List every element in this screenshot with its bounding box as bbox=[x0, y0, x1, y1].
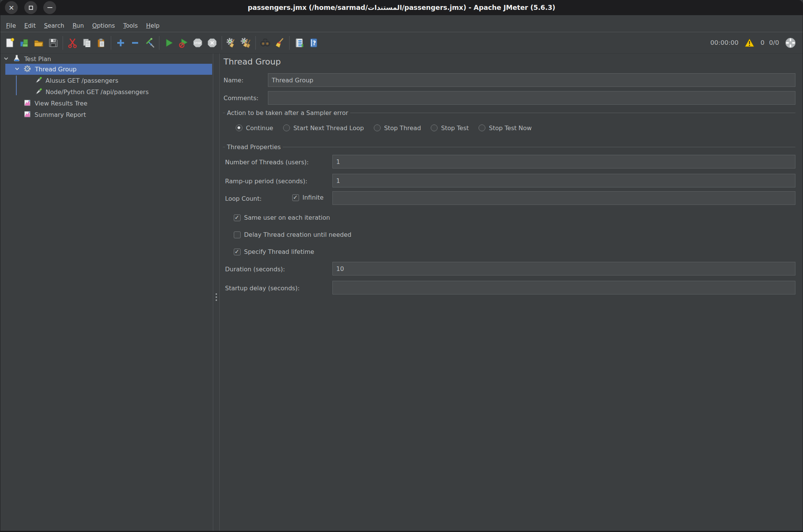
radio-stop-test-now[interactable]: Stop Test Now bbox=[479, 124, 532, 132]
add-icon[interactable] bbox=[113, 35, 128, 50]
close-button[interactable]: ✕ bbox=[5, 1, 18, 14]
start-no-pauses-icon[interactable] bbox=[176, 35, 191, 50]
splitter-grip-icon bbox=[216, 292, 217, 302]
same-user-checkbox[interactable]: Same user on each iteration bbox=[234, 214, 330, 221]
listener-chart-icon bbox=[23, 99, 31, 109]
panel-title: Thread Group bbox=[224, 57, 281, 66]
svg-text:?: ? bbox=[313, 40, 316, 47]
specify-thread-lifetime-checkbox[interactable]: Specify Thread lifetime bbox=[234, 248, 314, 255]
tree-item-view-results-tree[interactable]: View Results Tree bbox=[0, 98, 213, 109]
radio-button-icon[interactable] bbox=[479, 124, 485, 131]
duration-label: Duration (seconds): bbox=[225, 266, 285, 273]
help-icon[interactable]: ? bbox=[306, 35, 321, 50]
minimize-button[interactable] bbox=[43, 1, 56, 14]
cut-icon[interactable] bbox=[65, 35, 80, 50]
chevron-down-icon[interactable] bbox=[14, 65, 20, 74]
duration-input[interactable] bbox=[332, 262, 795, 275]
action-group-title: Action to be taken after a Sampler error bbox=[223, 109, 795, 116]
maximize-button[interactable] bbox=[24, 1, 37, 14]
delay-thread-creation-checkbox[interactable]: Delay Thread creation until needed bbox=[234, 231, 351, 238]
num-threads-input[interactable] bbox=[332, 155, 795, 168]
menu-options[interactable]: Options bbox=[89, 21, 118, 30]
svg-text:STOP: STOP bbox=[194, 41, 202, 44]
elapsed-timer: 00:00:00 bbox=[710, 39, 738, 46]
sampler-error-radio-group: Continue Start Next Thread Loop Stop Thr… bbox=[236, 122, 532, 134]
menu-run[interactable]: Run bbox=[69, 21, 87, 30]
infinite-checkbox[interactable]: Infinite bbox=[292, 194, 324, 201]
menu-search[interactable]: Search bbox=[41, 21, 68, 30]
tree-item-thread-group[interactable]: Thread Group bbox=[0, 64, 213, 75]
toolbar-separator bbox=[289, 36, 290, 50]
save-icon[interactable] bbox=[46, 35, 60, 50]
checkbox-icon[interactable] bbox=[234, 249, 241, 255]
startup-delay-label: Startup delay (seconds): bbox=[225, 285, 300, 292]
active-thread-count: 0/0 bbox=[769, 39, 779, 46]
name-label: Name: bbox=[224, 77, 244, 84]
state-indicator-icon bbox=[784, 35, 797, 50]
comments-label: Comments: bbox=[224, 94, 258, 102]
startup-delay-input[interactable] bbox=[332, 281, 795, 294]
start-icon[interactable] bbox=[162, 35, 176, 50]
ramp-up-label: Ramp-up period (seconds): bbox=[225, 178, 307, 185]
radio-button-icon[interactable] bbox=[283, 124, 290, 131]
radio-button-icon[interactable] bbox=[431, 124, 438, 131]
window-title: passengers.jmx (/home/sarmad/المستندات/p… bbox=[76, 0, 727, 15]
panel-splitter[interactable] bbox=[213, 54, 220, 532]
stop-icon[interactable]: STOP bbox=[191, 35, 205, 50]
toolbar-separator bbox=[222, 36, 222, 50]
radio-start-next-thread-loop[interactable]: Start Next Thread Loop bbox=[283, 124, 364, 132]
copy-icon[interactable] bbox=[80, 35, 94, 50]
loop-count-label: Loop Count: bbox=[225, 195, 261, 202]
menu-edit[interactable]: Edit bbox=[21, 21, 39, 30]
checkbox-icon[interactable] bbox=[234, 231, 241, 238]
error-count: 0 bbox=[760, 39, 765, 46]
ramp-up-input[interactable] bbox=[332, 174, 795, 187]
remove-icon[interactable] bbox=[128, 35, 142, 50]
radio-stop-thread[interactable]: Stop Thread bbox=[374, 124, 421, 132]
test-plan-flask-icon bbox=[13, 54, 21, 64]
listener-chart-icon bbox=[23, 110, 31, 120]
toolbar: STOP ? 00:00:00 0 bbox=[0, 32, 803, 54]
menu-tools[interactable]: Tools bbox=[120, 21, 141, 30]
menu-help[interactable]: Help bbox=[143, 21, 163, 30]
http-sampler-dropper-icon bbox=[34, 87, 44, 98]
clear-all-icon[interactable] bbox=[239, 35, 253, 50]
checkbox-icon[interactable] bbox=[234, 214, 241, 221]
toolbar-separator bbox=[63, 36, 63, 50]
comments-input[interactable] bbox=[268, 91, 795, 105]
tree-item-test-plan[interactable]: Test Plan bbox=[0, 54, 213, 65]
thread-properties-title: Thread Properties bbox=[223, 143, 795, 151]
radio-button-icon[interactable] bbox=[236, 124, 242, 131]
chevron-down-icon[interactable] bbox=[3, 55, 9, 63]
function-helper-icon[interactable] bbox=[292, 35, 306, 50]
toolbar-separator bbox=[255, 36, 256, 50]
clear-icon[interactable] bbox=[224, 35, 239, 50]
loop-count-input[interactable] bbox=[332, 191, 795, 205]
radio-stop-test[interactable]: Stop Test bbox=[431, 124, 469, 132]
radio-button-icon[interactable] bbox=[374, 124, 381, 131]
search-reset-icon[interactable] bbox=[272, 35, 287, 50]
thread-group-panel: Thread Group Name: Comments: Action to b… bbox=[220, 54, 803, 531]
radio-continue[interactable]: Continue bbox=[236, 124, 273, 132]
shutdown-icon[interactable] bbox=[205, 35, 219, 50]
menu-bar: File Edit Search Run Options Tools Help bbox=[0, 15, 803, 32]
checkbox-icon[interactable] bbox=[292, 194, 299, 201]
titlebar: ✕ passengers.jmx (/home/sarmad/المستندات… bbox=[0, 0, 803, 15]
tree-item-sampler-alusus[interactable]: Alusus GET /passengers bbox=[0, 75, 213, 86]
toolbar-separator bbox=[111, 36, 111, 50]
thread-group-gear-icon bbox=[23, 65, 31, 74]
open-folder-icon[interactable] bbox=[31, 35, 46, 50]
toggle-icon[interactable] bbox=[142, 35, 157, 50]
tree-item-summary-report[interactable]: Summary Report bbox=[0, 109, 213, 120]
test-plan-tree: Test Plan Thread Group Alusus GET /passe… bbox=[0, 54, 213, 531]
search-icon[interactable] bbox=[258, 35, 272, 50]
toolbar-separator bbox=[159, 36, 159, 50]
warning-icon[interactable] bbox=[743, 35, 756, 50]
tree-item-sampler-node-python[interactable]: Node/Python GET /api/passengers bbox=[0, 87, 213, 98]
new-file-icon[interactable] bbox=[3, 35, 17, 50]
name-input[interactable] bbox=[268, 73, 795, 87]
paste-icon[interactable] bbox=[94, 35, 109, 50]
templates-icon[interactable] bbox=[17, 35, 31, 50]
num-threads-label: Number of Threads (users): bbox=[225, 159, 309, 166]
menu-file[interactable]: File bbox=[3, 21, 19, 30]
